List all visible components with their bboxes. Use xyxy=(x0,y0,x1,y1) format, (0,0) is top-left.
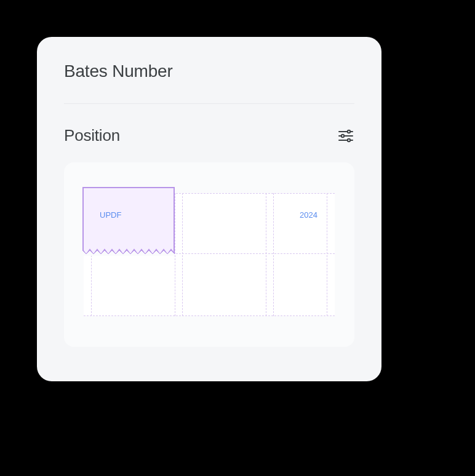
preview-label-right: 2024 xyxy=(300,210,317,220)
svg-point-3 xyxy=(341,134,344,137)
panel-title: Bates Number xyxy=(64,61,354,81)
divider xyxy=(64,103,354,104)
page-mockup[interactable]: UPDF 2024 xyxy=(84,187,335,322)
position-section-header: Position xyxy=(64,126,354,145)
guide-vertical xyxy=(327,193,327,316)
guide-vertical xyxy=(182,193,183,316)
svg-point-5 xyxy=(348,138,350,141)
section-title: Position xyxy=(64,126,120,145)
guide-vertical xyxy=(273,193,274,316)
position-preview: UPDF 2024 xyxy=(64,162,354,347)
settings-icon[interactable] xyxy=(337,127,354,145)
svg-point-1 xyxy=(348,130,350,132)
position-zone-top-left[interactable] xyxy=(82,187,175,255)
preview-label-left: UPDF xyxy=(100,210,121,220)
bates-number-panel: Bates Number Position xyxy=(37,37,381,381)
guide-vertical xyxy=(175,193,175,316)
guide-vertical xyxy=(266,193,266,316)
guide-horizontal xyxy=(84,315,335,316)
